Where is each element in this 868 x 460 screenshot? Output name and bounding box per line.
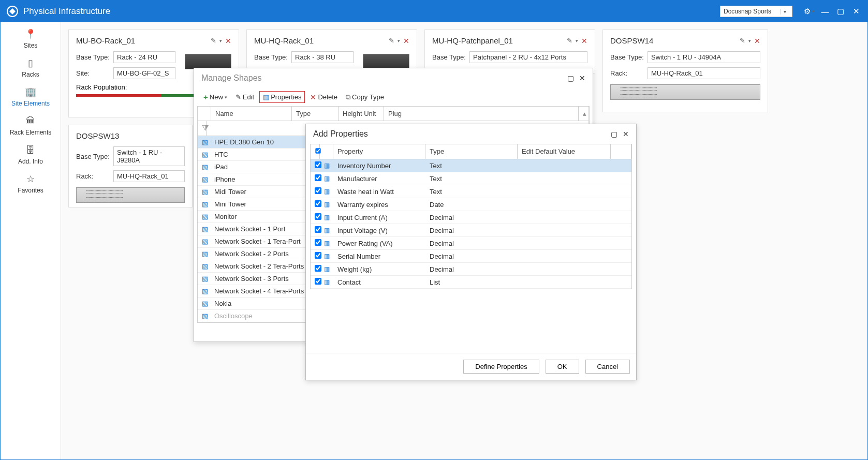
maximize-icon[interactable]: ▢ [611,130,617,138]
property-row[interactable]: ▥Input Voltage (V)Decimal [311,224,631,237]
maximize-button[interactable]: ▢ [835,7,846,16]
new-button[interactable]: +New ▾ [200,91,230,103]
property-icon: ▥ [320,173,333,184]
titlebar: Physical Infrastructure Docusnap Sports … [1,1,867,22]
chevron-down-icon: ▾ [781,9,789,14]
property-type: Decimal [425,263,518,275]
property-icon: ▥ [320,263,333,275]
property-type: Text [425,160,518,172]
define-properties-button[interactable]: Define Properties [463,360,539,374]
edit-button[interactable]: ✎Edit [232,92,257,102]
rack-elements-icon: 🏛 [25,115,36,127]
site-field[interactable]: MU-BO-GF-02_S [113,67,175,79]
gear-icon[interactable]: ⚙ [802,7,812,16]
chevron-down-icon[interactable]: ▾ [812,9,815,14]
close-icon[interactable]: ✕ [754,37,760,45]
edit-icon[interactable]: ✎ [740,37,745,44]
delete-button[interactable]: ✕Delete [307,92,341,103]
property-default [518,254,611,258]
edit-icon[interactable]: ✎ [211,37,216,44]
property-row[interactable]: ▥Waste heat in WattText [311,185,631,198]
sidebar-item-rack-elements[interactable]: 🏛Rack Elements [10,115,52,136]
card-title: MU-BO-Rack_01 [76,36,135,45]
chevron-down-icon[interactable]: ▾ [219,38,222,43]
shape-icon: ▧ [202,188,210,196]
rack-field[interactable]: MU-HQ-Rack_01 [113,170,185,182]
property-row[interactable]: ▥ContactList [311,276,631,289]
property-row[interactable]: ▥Power Rating (VA)Decimal [311,237,631,250]
property-default [518,215,611,219]
property-row[interactable]: ▥Serial NumberDecimal [311,250,631,263]
property-type: Decimal [425,238,518,249]
property-name: Waste heat in Watt [333,186,425,198]
chevron-down-icon[interactable]: ▾ [398,38,400,43]
scroll-up-icon[interactable]: ▴ [579,107,589,121]
cancel-button[interactable]: Cancel [585,360,630,374]
sidebar-item-favorites[interactable]: ☆Favorites [18,173,43,194]
edit-icon[interactable]: ✎ [389,37,394,44]
sidebar-item-site-elements[interactable]: 🏢Site Elements [11,86,50,107]
property-default [518,280,611,284]
canvas: MU-BO-Rack_01 ✎▾✕ Base Type:Rack - 24 RU… [61,22,867,459]
property-icon: ▥ [320,212,333,223]
close-icon[interactable]: ✕ [225,37,231,45]
shape-icon: ▧ [202,300,210,307]
rack-image [363,54,409,69]
sidebar-item-sites[interactable]: 📍Sites [24,28,38,49]
property-type: Text [425,186,518,198]
copy-type-button[interactable]: ⧉Copy Type [343,92,387,103]
maximize-icon[interactable]: ▢ [567,74,574,82]
dialog-toolbar: +New ▾ ✎Edit ▥Properties ✕Delete ⧉Copy T… [194,88,593,106]
close-icon[interactable]: ✕ [623,130,629,138]
property-row[interactable]: ▥Warranty expiresDate [311,198,631,211]
plus-icon: + [203,93,208,101]
property-row[interactable]: ▥Input Current (A)Decimal [311,211,631,224]
copy-icon: ⧉ [346,93,350,101]
property-icon: ▥ [320,186,333,197]
base-type-field[interactable]: Rack - 38 RU [291,51,354,63]
card-title: DOSPSW14 [610,36,653,45]
filter-icon[interactable]: ⧩ [198,121,207,136]
rack-field[interactable]: MU-HQ-Rack_01 [648,67,760,79]
chevron-down-icon[interactable]: ▾ [748,38,751,43]
property-default [518,189,611,194]
card-title: MU-HQ-Patchpanel_01 [432,36,513,45]
sidebar-item-add-info[interactable]: 🗄Add. Info [18,144,43,165]
switch-image [610,84,760,100]
select-all-checkbox[interactable] [315,148,320,153]
card-switch-13: DOSPSW13 Base Type:Switch - 1 RU - J9280… [68,125,193,207]
property-name: Warranty expires [333,199,425,211]
sidebar-item-racks[interactable]: ▯Racks [22,57,39,78]
property-default [518,267,611,271]
property-icon: ▥ [320,276,333,288]
minimize-button[interactable]: — [820,7,830,16]
tenant-value: Docusnap Sports [724,8,771,15]
ok-button[interactable]: OK [546,360,579,374]
property-row[interactable]: ▥Weight (kg)Decimal [311,263,631,276]
base-type-field[interactable]: Switch - 1 RU - J4904A [648,51,760,63]
window-title: Physical Infrastructure [23,6,720,17]
shape-icon: ▧ [202,213,210,220]
tenant-selector[interactable]: Docusnap Sports ▾ [720,6,792,17]
shape-icon: ▧ [202,275,210,283]
shape-icon: ▧ [202,151,210,158]
property-name: Contact [333,276,425,288]
close-icon[interactable]: ✕ [579,74,585,82]
property-icon: ▥ [320,225,333,236]
property-row[interactable]: ▥Inventory NumberText [311,159,631,172]
property-row[interactable]: ▥ManufacturerText [311,172,631,185]
close-icon[interactable]: ✕ [403,37,409,45]
close-button[interactable]: ✕ [851,7,861,16]
close-icon[interactable]: ✕ [581,37,587,45]
chevron-down-icon[interactable]: ▾ [576,38,578,43]
property-type: Decimal [425,250,518,262]
property-default [518,241,611,245]
properties-button[interactable]: ▥Properties [259,91,305,103]
shape-icon: ▧ [202,262,210,270]
property-name: Weight (kg) [333,263,425,275]
base-type-field[interactable]: Switch - 1 RU - J9280A [113,146,185,166]
base-type-field[interactable]: Patchpanel - 2 RU - 4x12 Ports [469,51,587,63]
x-icon: ✕ [310,93,316,101]
edit-icon[interactable]: ✎ [567,37,572,44]
base-type-field[interactable]: Rack - 24 RU [113,51,175,63]
